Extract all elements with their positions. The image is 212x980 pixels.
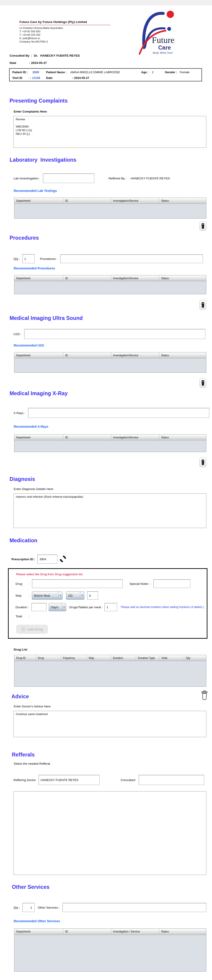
section-heading-other-services: Other Services bbox=[12, 884, 212, 890]
xray-label: X-Rays : bbox=[13, 411, 25, 415]
add-drug-button-label: Add Drug bbox=[27, 627, 43, 631]
column-header-id: ID bbox=[63, 929, 111, 935]
consult-date-value: : 2024-05-27 bbox=[29, 61, 47, 65]
advice-textarea[interactable]: Continue same treatment bbox=[13, 711, 206, 737]
complaints-textarea[interactable]: Review WBC5060 LYM 60.2 (h) NEU 30 (L) bbox=[13, 116, 206, 148]
column-header-id: ID bbox=[63, 352, 111, 358]
delete-procedure-button[interactable] bbox=[199, 300, 206, 310]
column-header-department: Department bbox=[14, 198, 63, 204]
section-heading-presenting-complaints: Presenting Complaints bbox=[10, 98, 212, 104]
drug-table-body[interactable] bbox=[14, 661, 206, 686]
column-header-investigation: Investigation/Service bbox=[111, 198, 159, 204]
consultant-input[interactable] bbox=[138, 775, 204, 785]
patient-age-label: Age : bbox=[141, 70, 149, 74]
delete-advice-button[interactable] bbox=[201, 690, 208, 701]
column-header-status: Status bbox=[159, 929, 206, 935]
other-table-body[interactable] bbox=[14, 935, 206, 971]
column-header-department: Department bbox=[14, 275, 63, 281]
referral-list-box[interactable] bbox=[13, 791, 206, 875]
visit-date-label: Date bbox=[46, 76, 53, 80]
patient-id-value: 2699 bbox=[32, 70, 39, 74]
procedures-qty-input[interactable] bbox=[22, 254, 35, 263]
patient-info-box: Patient ID : 2699 Patient Name : AMAIA M… bbox=[9, 68, 202, 81]
decimal-note: Please add as decimal numbers when addin… bbox=[121, 606, 204, 609]
column-header-frequency: Fequency bbox=[61, 655, 87, 661]
duration-unit-select[interactable]: Day/s ▼ bbox=[49, 603, 66, 611]
patient-gender-value: Female bbox=[180, 70, 190, 74]
address-line: Le Chainter,Victoria,Mahe,Seychelles bbox=[19, 26, 63, 30]
column-header-id: ID bbox=[63, 434, 111, 441]
column-header-investigation: Investigation / Service bbox=[111, 929, 159, 935]
page-top-strip bbox=[0, 0, 212, 5]
procedures-input[interactable] bbox=[60, 255, 203, 263]
visit-id-value: 13156 bbox=[32, 76, 40, 80]
referral-select-label: Select the needed Refferal bbox=[14, 762, 212, 765]
uss-input[interactable] bbox=[24, 329, 206, 339]
drug-label: Drug bbox=[16, 582, 29, 585]
delete-uss-button[interactable] bbox=[199, 378, 206, 388]
xray-input[interactable] bbox=[28, 408, 209, 418]
visit-id-colon: : bbox=[30, 76, 31, 80]
procedures-qty-label: Qty : bbox=[13, 257, 20, 261]
column-header-department: Department bbox=[14, 434, 63, 441]
logo-red-dot bbox=[167, 11, 174, 18]
company-name: Future Care by Future Holdings (Pty) Lim… bbox=[19, 20, 87, 24]
column-header-id: ID bbox=[63, 198, 111, 204]
uss-table-header: Department ID Investigation/Service Stat… bbox=[14, 352, 206, 358]
column-header-investigation: Investigation/Service bbox=[111, 275, 159, 281]
column-header-department: Department bbox=[14, 929, 63, 935]
per-meal-input[interactable] bbox=[104, 603, 117, 611]
section-heading-ultrasound: Medical Imaging Ultra Sound bbox=[10, 315, 212, 321]
future-care-logo: Future Care ♥ Body Mind Soul bbox=[138, 8, 181, 55]
way-label-colon: : bbox=[29, 594, 32, 597]
add-drug-button[interactable]: + Add Drug bbox=[16, 625, 48, 633]
meal-timing-select[interactable]: Before Meal ▼ bbox=[32, 592, 63, 600]
column-header-duration-type: Duration Type bbox=[136, 655, 160, 661]
address-email: E: jude@future.sc bbox=[19, 37, 63, 40]
refresh-icon bbox=[59, 555, 67, 564]
column-header-investigation: Investigation/Service bbox=[111, 352, 159, 358]
trash-icon bbox=[201, 302, 205, 308]
duration-unit-value: Day/s bbox=[51, 606, 58, 609]
lab-table-body[interactable] bbox=[14, 204, 206, 218]
other-qty-label: Qty : bbox=[13, 906, 20, 909]
delete-lab-testing-button[interactable] bbox=[199, 221, 206, 231]
drug-label-colon: : bbox=[29, 582, 32, 585]
procedures-label: Procedures : bbox=[40, 257, 58, 261]
complaints-label: Enter Complaints Here bbox=[14, 110, 212, 113]
delete-xray-button[interactable] bbox=[199, 458, 206, 467]
recommended-xray-label: Recommended X-Rays bbox=[14, 425, 212, 428]
drug-input[interactable] bbox=[32, 579, 123, 588]
chevron-down-icon: ▼ bbox=[58, 592, 61, 599]
logo-blue-dot bbox=[167, 27, 171, 31]
special-notes-label: Special Notes : bbox=[130, 582, 151, 585]
column-header-duration: Duration bbox=[111, 655, 136, 661]
referring-doctor-input[interactable] bbox=[39, 775, 100, 785]
column-header-drug: Drug bbox=[36, 655, 61, 661]
trash-icon bbox=[201, 223, 205, 229]
section-heading-xray: Medical Imaging X-Ray bbox=[10, 390, 212, 396]
diagnosis-label: Enter Diagnosis Details Here bbox=[14, 487, 212, 491]
section-heading-diagnosis: Diagnosis bbox=[10, 476, 212, 482]
uss-table-body[interactable] bbox=[14, 358, 206, 372]
column-header-status: Status bbox=[159, 352, 206, 358]
refresh-prescription-button[interactable] bbox=[59, 555, 67, 564]
procedures-table-body[interactable] bbox=[14, 281, 206, 294]
logo-word-care: Care bbox=[158, 45, 171, 51]
procedures-table-header: Department ID Investigation/Service Stat… bbox=[14, 275, 206, 281]
other-services-input[interactable] bbox=[63, 903, 206, 912]
lab-testings-table: Department ID Investigation/Service Stat… bbox=[14, 197, 206, 218]
other-qty-input[interactable] bbox=[22, 903, 35, 912]
duration-input[interactable] bbox=[32, 603, 47, 611]
special-notes-input[interactable] bbox=[153, 579, 190, 588]
prescription-id-input[interactable] bbox=[37, 555, 58, 564]
duration-label: Duration : bbox=[16, 606, 31, 609]
frequency-select[interactable]: OD ▼ bbox=[66, 592, 84, 600]
way-qty-input[interactable] bbox=[87, 592, 98, 600]
diagnosis-textarea[interactable]: Impress viral infection (Rash eritema-ma… bbox=[13, 493, 206, 528]
total-label-colon: : bbox=[29, 615, 32, 618]
drug-list-table: Drug ID Drug Fequency Way Duration Durat… bbox=[14, 655, 206, 687]
lab-investigation-input[interactable] bbox=[43, 173, 95, 183]
xray-table-body[interactable] bbox=[14, 441, 206, 452]
section-heading-referrals: Refferals bbox=[12, 752, 212, 758]
